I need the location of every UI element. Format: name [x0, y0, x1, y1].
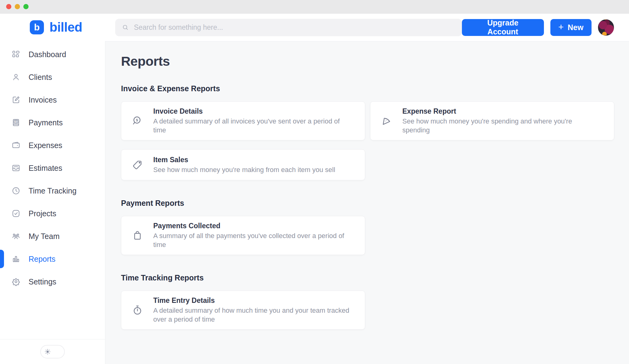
svg-text:$: $ [15, 120, 17, 123]
sidebar-item-dashboard[interactable]: Dashboard [0, 43, 105, 66]
sidebar-item-expenses[interactable]: Expenses [0, 134, 105, 157]
section-heading: Payment Reports [121, 199, 614, 208]
main-content: Reports Invoice & Expense Reports$Invoic… [105, 41, 629, 364]
sidebar-item-label: Invoices [29, 96, 57, 104]
sidebar-item-label: Projects [29, 209, 56, 218]
card-grid: $Invoice DetailsA detailed summary of al… [121, 101, 614, 180]
upgrade-account-label: Upgrade Account [471, 18, 534, 36]
card-text: Time Entry DetailsA detailed summary of … [153, 296, 351, 324]
card-text: Payments CollectedA summary of all the p… [153, 222, 351, 249]
brand-name: billed [49, 20, 82, 35]
projects-icon [11, 209, 21, 218]
report-card-payments-collected[interactable]: Payments CollectedA summary of all the p… [121, 216, 365, 255]
expenses-icon [11, 141, 21, 150]
stopwatch-icon [131, 304, 144, 316]
card-grid: Time Entry DetailsA detailed summary of … [121, 291, 614, 330]
card-title: Time Entry Details [153, 296, 351, 305]
search-bar[interactable] [115, 19, 462, 36]
section-heading: Invoice & Expense Reports [121, 84, 614, 93]
header-actions: Upgrade Account + New [462, 19, 614, 36]
app-window: b billed Upgrade Account + New Dashboard… [0, 0, 629, 364]
report-card-time-entry-details[interactable]: Time Entry DetailsA detailed summary of … [121, 291, 365, 330]
sidebar-item-label: Time Tracking [29, 186, 76, 195]
sidebar-item-label: Dashboard [29, 50, 66, 59]
settings-icon [11, 277, 21, 286]
sidebar-footer [0, 339, 105, 364]
card-description: See how much money you're spending and w… [402, 117, 600, 135]
card-description: See how much money you're making from ea… [153, 165, 335, 174]
sidebar-item-my-team[interactable]: My Team [0, 225, 105, 248]
report-card-expense-report[interactable]: Expense ReportSee how much money you're … [370, 101, 614, 140]
titlebar [0, 0, 629, 14]
sidebar-item-projects[interactable]: Projects [0, 202, 105, 225]
brand-mark-icon: b [30, 20, 44, 34]
card-text: Invoice DetailsA detailed summary of all… [153, 107, 351, 135]
brand-monogram: b [34, 22, 40, 33]
sidebar-item-label: Reports [29, 255, 56, 264]
sidebar-item-payments[interactable]: $Payments [0, 111, 105, 134]
search-dollar-icon: $ [131, 115, 144, 127]
new-button[interactable]: + New [550, 19, 592, 36]
sidebar-item-label: Settings [29, 277, 56, 286]
shopping-bag-icon [131, 230, 144, 241]
report-card-invoice-details[interactable]: $Invoice DetailsA detailed summary of al… [121, 101, 365, 140]
report-section-invoice-expense-reports: Invoice & Expense Reports$Invoice Detail… [121, 84, 614, 180]
sidebar-item-label: Estimates [29, 164, 62, 173]
sidebar-item-label: Expenses [29, 141, 62, 150]
my-team-icon [11, 232, 21, 241]
card-title: Payments Collected [153, 222, 351, 230]
sidebar-item-label: Clients [29, 73, 52, 82]
zoom-window-button[interactable] [23, 4, 29, 9]
page-title: Reports [121, 53, 614, 70]
report-card-item-sales[interactable]: Item SalesSee how much money you're maki… [121, 149, 365, 180]
estimates-icon [11, 163, 21, 173]
plus-icon: + [558, 22, 564, 32]
close-window-button[interactable] [6, 4, 11, 9]
reports-icon [11, 254, 21, 264]
sun-icon [44, 348, 52, 356]
app-header: b billed Upgrade Account + New [0, 14, 629, 41]
card-title: Expense Report [402, 107, 600, 115]
sidebar-item-estimates[interactable]: Estimates [0, 157, 105, 179]
search-input[interactable] [133, 23, 455, 32]
card-grid: Payments CollectedA summary of all the p… [121, 216, 614, 255]
payments-icon: $ [11, 118, 21, 127]
report-section-payment-reports: Payment ReportsPayments CollectedA summa… [121, 199, 614, 255]
section-heading: Time Tracking Reports [121, 273, 614, 282]
sidebar-item-clients[interactable]: Clients [0, 66, 105, 88]
minimize-window-button[interactable] [15, 4, 20, 9]
report-sections: Invoice & Expense Reports$Invoice Detail… [121, 84, 614, 330]
sidebar-item-label: My Team [29, 232, 60, 241]
card-description: A detailed summary of how much time you … [153, 306, 351, 324]
sidebar-item-invoices[interactable]: Invoices [0, 88, 105, 111]
active-indicator [0, 250, 4, 268]
report-section-time-tracking-reports: Time Tracking ReportsTime Entry DetailsA… [121, 273, 614, 330]
price-tag-icon [131, 159, 144, 170]
clients-icon [11, 72, 21, 82]
sidebar-item-label: Payments [29, 118, 63, 127]
theme-toggle[interactable] [40, 345, 65, 358]
dashboard-grid-icon [11, 50, 21, 59]
card-title: Invoice Details [153, 107, 351, 115]
avatar[interactable] [598, 19, 614, 36]
card-description: A detailed summary of all invoices you'v… [153, 117, 351, 135]
new-button-label: New [568, 23, 583, 32]
card-description: A summary of all the payments you've col… [153, 231, 351, 249]
sidebar-item-settings[interactable]: Settings [0, 270, 105, 293]
svg-text:$: $ [136, 118, 138, 122]
brand-logo[interactable]: b billed [0, 20, 105, 35]
card-title: Item Sales [153, 156, 335, 164]
card-text: Expense ReportSee how much money you're … [402, 107, 600, 135]
sidebar-item-reports[interactable]: Reports [0, 248, 105, 270]
card-text: Item SalesSee how much money you're maki… [153, 156, 335, 174]
sidebar-nav: DashboardClientsInvoices$PaymentsExpense… [0, 41, 105, 293]
pizza-slice-icon [380, 115, 393, 127]
sidebar-item-time-tracking[interactable]: Time Tracking [0, 179, 105, 202]
sidebar: DashboardClientsInvoices$PaymentsExpense… [0, 41, 105, 364]
app-body: DashboardClientsInvoices$PaymentsExpense… [0, 41, 629, 364]
upgrade-account-button[interactable]: Upgrade Account [462, 19, 544, 36]
time-tracking-icon [11, 186, 21, 195]
invoices-icon [11, 95, 21, 104]
search-icon [122, 24, 129, 31]
